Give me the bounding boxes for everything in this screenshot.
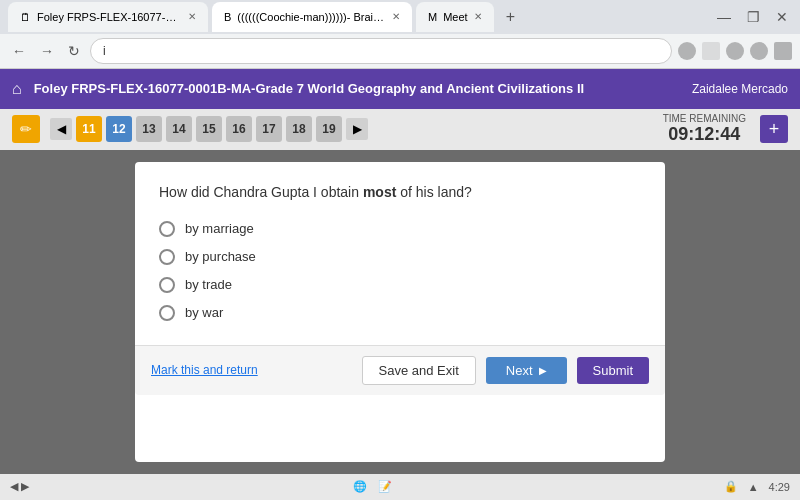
option-label-by-trade: by trade <box>185 277 232 292</box>
question-19-button[interactable]: 19 <box>316 116 342 142</box>
profile-icon[interactable] <box>750 42 768 60</box>
question-17-button[interactable]: 17 <box>256 116 282 142</box>
question-12-button[interactable]: 12 <box>106 116 132 142</box>
question-18-button[interactable]: 18 <box>286 116 312 142</box>
timer-value: 09:12:44 <box>663 124 746 145</box>
url-bar[interactable]: i <box>90 38 672 64</box>
title-bar: 🗒 Foley FRPS-FLEX-16077-0001B... ✕ B (((… <box>0 0 800 34</box>
question-11-button[interactable]: 11 <box>76 116 102 142</box>
status-bar: ◀ ▶ 🌐 📝 🔒 ▲ 4:29 <box>0 474 800 500</box>
star-icon[interactable] <box>702 42 720 60</box>
radio-by-trade[interactable] <box>159 277 175 293</box>
tab-foley[interactable]: 🗒 Foley FRPS-FLEX-16077-0001B... ✕ <box>8 2 208 32</box>
save-exit-button[interactable]: Save and Exit <box>362 356 476 385</box>
question-14-button[interactable]: 14 <box>166 116 192 142</box>
shield-icon <box>678 42 696 60</box>
forward-button[interactable]: → <box>36 39 58 63</box>
radio-by-purchase[interactable] <box>159 249 175 265</box>
option-by-trade[interactable]: by trade <box>159 277 641 293</box>
new-tab-button[interactable]: + <box>498 4 523 30</box>
restore-button[interactable]: ❐ <box>743 5 764 29</box>
status-left: ◀ ▶ <box>10 480 29 493</box>
question-text-after: of his land? <box>396 184 472 200</box>
extension-icon[interactable] <box>726 42 744 60</box>
submit-button[interactable]: Submit <box>577 357 649 384</box>
pencil-icon: ✏ <box>12 115 40 143</box>
timer-label: TIME REMAINING <box>663 113 746 124</box>
toolbar-icons <box>678 42 792 60</box>
address-bar: ← → ↻ i <box>0 34 800 70</box>
mark-return-link[interactable]: Mark this and return <box>151 363 352 377</box>
google-chrome-icon: 🌐 <box>353 480 367 492</box>
question-15-button[interactable]: 15 <box>196 116 222 142</box>
option-by-war[interactable]: by war <box>159 305 641 321</box>
taskbar-app-icon: 📝 <box>378 480 392 492</box>
minimize-button[interactable]: — <box>713 5 735 29</box>
wifi-icon: ▲ <box>748 481 759 493</box>
question-text-before: How did Chandra Gupta I obtain <box>159 184 363 200</box>
app-header: ⌂ Foley FRPS-FLEX-16077-0001B-MA-Grade 7… <box>0 69 800 108</box>
tab-close-brainly[interactable]: ✕ <box>392 11 400 22</box>
taskbar-center: 🌐 📝 <box>37 480 716 493</box>
next-question-arrow[interactable]: ▶ <box>346 118 368 140</box>
add-button[interactable]: + <box>760 115 788 143</box>
user-name: Zaidalee Mercado <box>692 82 788 96</box>
close-button[interactable]: ✕ <box>772 5 792 29</box>
browser-window: 🗒 Foley FRPS-FLEX-16077-0001B... ✕ B (((… <box>0 0 800 500</box>
network-icon: 🔒 <box>724 480 738 493</box>
timer-section: TIME REMAINING 09:12:44 <box>663 113 746 145</box>
question-bold-text: most <box>363 184 396 200</box>
clock: 4:29 <box>769 481 790 493</box>
option-label-by-purchase: by purchase <box>185 249 256 264</box>
radio-by-marriage[interactable] <box>159 221 175 237</box>
status-right: 🔒 ▲ 4:29 <box>724 480 790 493</box>
home-icon[interactable]: ⌂ <box>12 80 22 98</box>
option-label-by-war: by war <box>185 305 223 320</box>
taskbar-icons-left: ◀ ▶ <box>10 480 29 493</box>
question-13-button[interactable]: 13 <box>136 116 162 142</box>
question-nav-bar: ✏ ◀ 11 12 13 14 15 16 17 18 19 ▶ TIME RE… <box>0 109 800 150</box>
question-16-button[interactable]: 16 <box>226 116 252 142</box>
tab-close-meet[interactable]: ✕ <box>474 11 482 22</box>
window-controls: — ❐ ✕ <box>713 5 792 29</box>
radio-by-war[interactable] <box>159 305 175 321</box>
option-label-by-marriage: by marriage <box>185 221 254 236</box>
question-card: How did Chandra Gupta I obtain most of h… <box>135 162 665 462</box>
menu-icon[interactable] <box>774 42 792 60</box>
content-area: How did Chandra Gupta I obtain most of h… <box>0 150 800 474</box>
url-text: i <box>103 44 106 58</box>
question-text: How did Chandra Gupta I obtain most of h… <box>159 182 641 203</box>
tab-close-foley[interactable]: ✕ <box>188 11 196 22</box>
next-button[interactable]: Next <box>486 357 567 384</box>
card-bottom-bar: Mark this and return Save and Exit Next … <box>135 345 665 395</box>
back-button[interactable]: ← <box>8 39 30 63</box>
option-by-purchase[interactable]: by purchase <box>159 249 641 265</box>
tab-brainly[interactable]: B ((((((Coochie-man))))))- Brainy... ✕ <box>212 2 412 32</box>
prev-question-button[interactable]: ◀ <box>50 118 72 140</box>
app-title: Foley FRPS-FLEX-16077-0001B-MA-Grade 7 W… <box>34 81 692 96</box>
reload-button[interactable]: ↻ <box>64 39 84 63</box>
tab-meet[interactable]: M Meet ✕ <box>416 2 494 32</box>
option-by-marriage[interactable]: by marriage <box>159 221 641 237</box>
